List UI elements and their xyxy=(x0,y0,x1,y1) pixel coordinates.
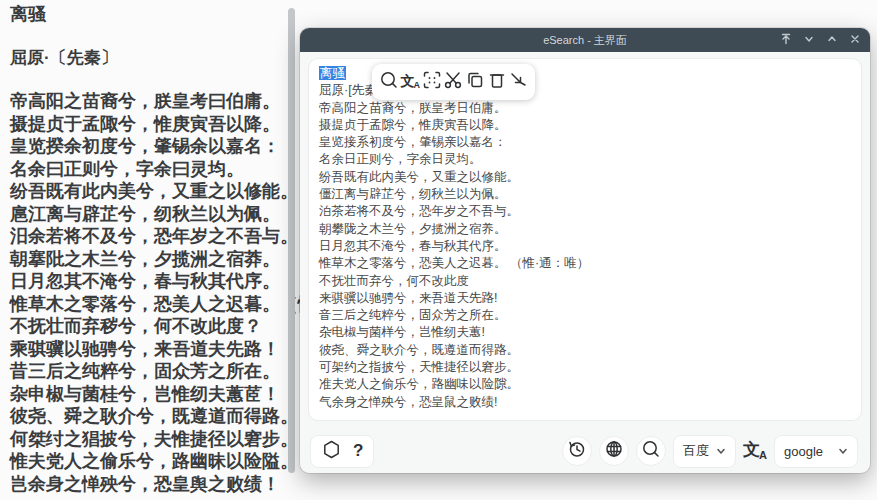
ocr-line: 来骐骥以驰骋兮，来吾道天先路! xyxy=(319,290,851,307)
close-button[interactable] xyxy=(848,33,862,47)
search-icon xyxy=(641,439,661,463)
ocr-line: 皇览接系初度兮，肇锡亲以嘉名： xyxy=(319,134,851,151)
translate-icon: 文A xyxy=(743,441,767,461)
translate-button[interactable]: 文A xyxy=(400,72,421,93)
history-icon xyxy=(567,439,587,463)
right-actions: 百度 文A google xyxy=(562,435,858,468)
search-icon xyxy=(379,70,399,94)
maximize-button[interactable] xyxy=(825,33,839,47)
ocr-line: 摄提贞于孟隙兮，惟庚寅吾以降。 xyxy=(319,117,851,134)
hexagon-button[interactable] xyxy=(321,439,342,464)
ocr-line: 朝攀陇之木兰兮，夕揽洲之宿养。 xyxy=(319,221,851,238)
translate-icon: 文A xyxy=(401,74,421,90)
ocr-line: 可架约之指披兮，天惟捷径以窘步。 xyxy=(319,359,851,376)
scan-ocr-button[interactable] xyxy=(421,72,442,93)
scan-icon xyxy=(422,70,442,94)
ocr-line: 僵江离与辟芷兮，纫秋兰以为佩。 xyxy=(319,186,851,203)
translate-button[interactable]: 文A xyxy=(743,441,767,461)
ocr-line: 音三后之纯粹兮，固众芳之所在。 xyxy=(319,307,851,324)
ocr-lines: 帝高阳之苗裔兮，朕皇考日伯庸。摄提贞于孟隙兮，惟庚寅吾以降。皇览接系初度兮，肇锡… xyxy=(319,100,851,411)
ocr-line: 彼尧、舜之耿介兮，既遵道而得路。 xyxy=(319,342,851,359)
ocr-line: 惟草木之零落兮，恐美人之迟暮。 （惟·通：唯） xyxy=(319,255,851,272)
globe-icon xyxy=(604,439,624,463)
selected-text[interactable]: 离骚 xyxy=(319,66,346,80)
translate-engine-select[interactable]: google xyxy=(774,435,858,468)
history-button[interactable] xyxy=(562,436,592,466)
engine-search-button[interactable] xyxy=(636,436,666,466)
ocr-line: 帝高阳之苗裔兮，朕皇考日伯庸。 xyxy=(319,100,851,117)
hexagon-icon xyxy=(321,439,342,464)
esearch-window: eSearch - 主界面 离骚 屈原·[先秦] 帝高阳之苗裔兮，朕皇考日伯庸。… xyxy=(300,28,870,473)
page-scrollbar[interactable] xyxy=(288,8,295,473)
ocr-line: 日月忽其不淹兮，春与秋其代序。 xyxy=(319,238,851,255)
search-engine-value: 百度 xyxy=(683,442,709,460)
window-titlebar[interactable]: eSearch - 主界面 xyxy=(300,28,870,52)
web-search-button[interactable] xyxy=(599,436,629,466)
ocr-line: 准夫党人之偷乐兮，路幽味以险隙。 xyxy=(319,376,851,393)
ocr-line: 不抚壮而弃兮，何不改此度 xyxy=(319,273,851,290)
page-title: 离骚 xyxy=(10,2,46,26)
bottom-bar: ? 百度 文A xyxy=(310,434,858,468)
cut-button[interactable] xyxy=(443,72,464,93)
minimize-button[interactable] xyxy=(802,33,816,47)
clipboard-button[interactable] xyxy=(486,72,507,93)
close-icon xyxy=(849,31,861,49)
search-button[interactable] xyxy=(378,72,399,93)
pin-top-icon xyxy=(780,31,792,49)
selection-toolbar: 文A xyxy=(372,64,535,100)
ocr-line: 纷吾既有此内美兮，又重之以修能。 xyxy=(319,169,851,186)
send-corner-button[interactable] xyxy=(508,72,529,93)
help-button[interactable]: ? xyxy=(353,441,363,461)
left-actions: ? xyxy=(310,435,374,468)
poem-line: 岂余身之惮殃兮，恐皇舆之败绩！ xyxy=(10,473,393,496)
scissors-icon xyxy=(443,70,463,94)
translate-engine-value: google xyxy=(784,444,823,459)
clipboard-icon xyxy=(487,70,507,94)
pin-top-button[interactable] xyxy=(779,33,793,47)
copy-button[interactable] xyxy=(465,72,486,93)
ocr-line: 泊茶若将不及兮，恐年岁之不吾与。 xyxy=(319,203,851,220)
chevron-down-icon xyxy=(803,31,815,49)
chevron-down-icon xyxy=(838,444,848,459)
ocr-line: 杂电椒与菌样兮，岂惟纫夫蕙! xyxy=(319,324,851,341)
chevron-down-icon xyxy=(716,444,726,459)
ocr-text-panel[interactable]: 离骚 屈原·[先秦] 帝高阳之苗裔兮，朕皇考日伯庸。摄提贞于孟隙兮，惟庚寅吾以降… xyxy=(308,58,862,421)
chevron-up-icon xyxy=(826,31,838,49)
search-engine-select[interactable]: 百度 xyxy=(673,435,736,468)
ocr-line: 名余日正则兮，字余日灵均。 xyxy=(319,151,851,168)
copy-icon xyxy=(465,70,485,94)
ocr-line: 气余身之惮殃兮，恐皇鼠之败绩! xyxy=(319,394,851,411)
arrow-bottom-right-icon xyxy=(508,70,528,94)
page-author: 屈原·〔先秦〕 xyxy=(10,46,118,69)
